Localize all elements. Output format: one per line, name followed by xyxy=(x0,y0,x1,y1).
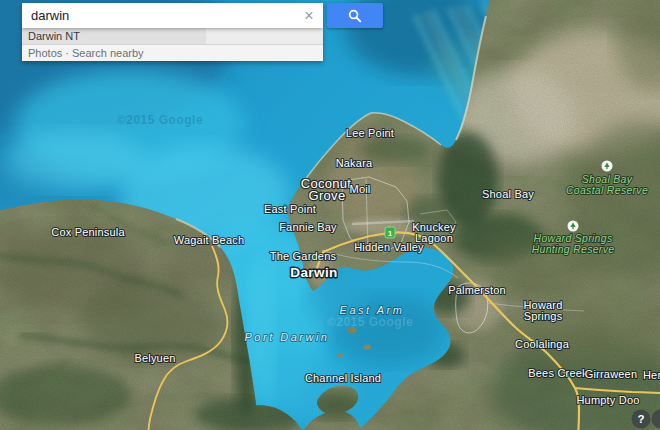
reserve-label-howard-springs-2: Hunting Reserve xyxy=(532,243,615,255)
map-label-girraween: Girraween xyxy=(585,368,638,380)
water-label-east-arm: East Arm xyxy=(340,304,405,316)
route-1-number: 1 xyxy=(388,229,393,238)
map-label-herbert: Herbert xyxy=(643,369,660,381)
map-label-humpty-doo: Humpty Doo xyxy=(576,394,639,406)
map-label-wagait-beach: Wagait Beach xyxy=(174,234,244,246)
copyright-watermark: ©2015 Google xyxy=(327,315,413,329)
map-label-palmerston: Palmerston xyxy=(448,284,506,296)
search-suggestions: Darwin NT Photos · Search nearby xyxy=(22,28,323,61)
magnifier-icon xyxy=(348,9,362,23)
question-icon: ? xyxy=(637,413,644,425)
water-label-port-darwin: Port Darwin xyxy=(245,331,330,343)
help-button[interactable]: ? xyxy=(632,410,651,429)
satellite-map: 1 ©2015 Google ©2015 Google Lee Point Na… xyxy=(0,0,660,430)
map-label-springs: Springs xyxy=(524,310,563,322)
tree-icon xyxy=(568,221,579,232)
copyright-watermark: ©2015 Google xyxy=(117,113,203,127)
maps-app-window: 1 ©2015 Google ©2015 Google Lee Point Na… xyxy=(0,0,660,430)
map-label-fannie-bay: Fannie Bay xyxy=(279,221,337,233)
map-label-nakara: Nakara xyxy=(336,157,373,169)
search-button[interactable] xyxy=(327,3,383,28)
map-label-bees-creek: Bees Creek xyxy=(528,367,588,379)
map-label-channel-island: Channel Island xyxy=(305,372,381,384)
clear-search-icon[interactable]: × xyxy=(295,3,323,28)
map-label-lee-point: Lee Point xyxy=(346,127,394,139)
map-label-grove: Grove xyxy=(309,188,346,203)
map-label-darwin: Darwin xyxy=(290,265,337,280)
map-label-moil: Moil xyxy=(350,183,371,195)
suggestion-photos-search-nearby[interactable]: Photos · Search nearby xyxy=(22,45,323,61)
map-label-the-gardens: The Gardens xyxy=(270,250,337,262)
map-label-east-point: East Point xyxy=(264,203,316,215)
map-canvas[interactable]: 1 ©2015 Google ©2015 Google Lee Point Na… xyxy=(0,0,660,430)
map-label-hidden-valley: Hidden Valley xyxy=(354,241,424,253)
search-box: × xyxy=(22,3,323,28)
map-label-coolalinga: Coolalinga xyxy=(515,338,570,350)
map-label-belyuen: Belyuen xyxy=(134,352,175,364)
reserve-label-shoal-bay-2: Coastal Reserve xyxy=(566,184,648,196)
map-label-shoal-bay: Shoal Bay xyxy=(482,188,534,200)
route-1-shield: 1 xyxy=(385,227,395,238)
search-input[interactable] xyxy=(22,3,295,28)
tree-icon xyxy=(602,161,613,172)
suggestion-darwin-nt[interactable]: Darwin NT xyxy=(22,28,323,45)
map-label-cox-peninsula: Cox Peninsula xyxy=(51,226,125,238)
